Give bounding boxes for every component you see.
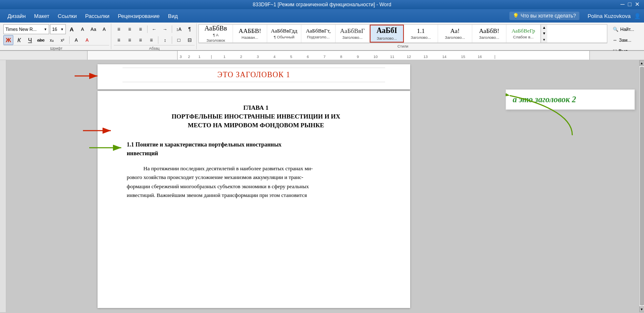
scroll-up-btn[interactable]: ▲ [639, 60, 644, 66]
change-case-btn[interactable]: Аа [88, 24, 98, 34]
style-aa[interactable]: Аа! Заголово... [438, 25, 472, 43]
heading1-black-line1: ГЛАВА 1 [127, 103, 385, 112]
style-ordinary-label: ¶ Обычный [274, 35, 295, 39]
font-size-dropdown-icon: ▼ [60, 28, 64, 31]
decrease-indent-btn[interactable]: ← [149, 24, 159, 34]
font-increase-btn[interactable]: A [67, 24, 77, 34]
title-bar: 833D9F~1 [Режим ограниченной функциональ… [0, 0, 644, 9]
vertical-scrollbar[interactable]: ▲ ▼ [639, 60, 644, 312]
borders-btn[interactable]: ⊟ [185, 35, 195, 45]
minimize-btn[interactable]: ─ [621, 1, 625, 8]
style-heading-named[interactable]: ААББВ! Назван... [233, 25, 267, 43]
styles-expand[interactable]: ▾ [541, 37, 547, 43]
style-subheading[interactable]: АаБбВвГт, Подзаголо... [301, 25, 336, 43]
heading1-red: ЭТО ЗАГОЛОВОК 1 [123, 68, 385, 82]
scroll-down-btn[interactable]: ▼ [639, 306, 644, 312]
heading1-black: ГЛАВА 1 ПОРТФЕЛЬНЫЕ ИНОСТРАННЫЕ ИНВЕСТИЦ… [127, 103, 385, 130]
red-arrow-icon [73, 70, 102, 82]
style-heading-main-label: Заголово... [342, 35, 362, 40]
style-heading-main[interactable]: АаБбВвГ Заголово... [336, 25, 370, 43]
underline-btn[interactable]: Ч [25, 35, 35, 45]
ruler-left-margin [0, 51, 88, 60]
style-aa-preview: Аа! [450, 28, 459, 35]
scroll-thumb[interactable] [640, 67, 644, 305]
menu-layout[interactable]: Макет [30, 11, 54, 21]
replace-btn[interactable]: ↔ Зам... [611, 35, 640, 45]
heading2-line2: инвестиций [127, 149, 385, 158]
bullets-btn[interactable]: ≡ [114, 24, 124, 34]
red-arrow2-container [81, 124, 114, 139]
style-heading-selected-preview: АаБбI [376, 27, 397, 35]
menu-mailings[interactable]: Рассылки [81, 11, 113, 21]
style-subheading-label: Подзаголо... [307, 35, 329, 39]
style-heading-selected[interactable]: АаБбI Заголово... [370, 25, 404, 43]
sep1 [69, 36, 70, 44]
ribbon: Times New R... ▼ 16 ▼ A A Аа A Ж К Ч abc… [0, 23, 644, 51]
font-decrease-btn[interactable]: A [78, 24, 88, 34]
sort-btn[interactable]: ↕A [174, 24, 184, 34]
font-name-selector[interactable]: Times New R... ▼ [3, 24, 49, 34]
style-normal-preview: АаБбВв [205, 25, 227, 32]
bold-btn[interactable]: Ж [3, 35, 13, 45]
replace-icon: ↔ [613, 38, 617, 43]
paragraph-section-label: Абзац [114, 45, 195, 50]
text-color-btn[interactable]: А [82, 35, 92, 45]
green-arrow-icon [87, 141, 125, 154]
close-btn[interactable]: ✕ [635, 1, 640, 8]
style-aabb[interactable]: АаБбВ! Заголово... [472, 25, 506, 43]
body-para: На протяжении последних десятилетий в на… [127, 164, 385, 200]
style-normal[interactable]: АаБбВв ¶ A Заголовок [199, 25, 233, 43]
style-aabb-preview: АаБбВ! [479, 28, 499, 35]
left-margin [0, 60, 6, 312]
multilevel-btn[interactable]: ≡ [135, 24, 145, 34]
search-btn[interactable]: 🔍 Найт... [611, 24, 640, 34]
font-size-selector[interactable]: 16 ▼ [50, 24, 66, 34]
menu-links[interactable]: Ссылки [54, 11, 81, 21]
page-main: ГЛАВА 1 ПОРТФЕЛЬНЫЕ ИНОСТРАННЫЕ ИНВЕСТИЦ… [98, 91, 410, 308]
superscript-btn[interactable]: x² [58, 35, 68, 45]
styles-scroll-down[interactable]: ▼ [541, 30, 547, 36]
user-name: Polina Kuzovkova [588, 13, 631, 19]
main-content: ЭТО ЗАГОЛОВОК 1 ГЛАВА 1 ПОР [0, 60, 644, 312]
strikethrough-btn[interactable]: abc [36, 35, 46, 45]
menu-review[interactable]: Рецензирование [114, 11, 164, 21]
what-todo-text: Что вы хотите сделать? [521, 13, 576, 19]
menu-design[interactable]: Дизайн [3, 11, 30, 21]
sep4 [158, 36, 158, 44]
clear-format-btn[interactable]: A [99, 24, 109, 34]
style-aa-label: Заголово... [445, 35, 465, 40]
what-todo-box[interactable]: 💡 Что вы хотите сделать? [509, 12, 579, 20]
search-btn-label: Найт... [620, 27, 634, 32]
align-right-btn[interactable]: ≡ [135, 35, 145, 45]
styles-area: АаБбВв ¶ A Заголовок ААББВ! Назван... Аа… [198, 23, 608, 49]
style-11[interactable]: 1.1 Заголово... [404, 25, 438, 43]
increase-indent-btn[interactable]: → [160, 24, 170, 34]
styles-scroll-up[interactable]: ▲ [541, 25, 547, 30]
justify-btn[interactable]: ≡ [146, 35, 156, 45]
font-size-value: 16 [52, 27, 57, 32]
ruler: 3 2 1 | 1 2 3 4 5 6 7 8 9 10 11 12 13 14… [0, 51, 644, 60]
menu-bar: Дизайн Макет Ссылки Рассылки Рецензирова… [0, 9, 644, 23]
shading-btn[interactable]: □ [174, 35, 184, 45]
align-center-btn[interactable]: ≡ [125, 35, 135, 45]
maximize-btn[interactable]: □ [628, 1, 631, 8]
styles-nav: ▲ ▼ ▾ [541, 25, 547, 43]
menu-view[interactable]: Вид [164, 11, 182, 21]
style-weak-green-preview: АаБбВеГр [511, 28, 535, 34]
numbering-btn[interactable]: ≡ [125, 24, 135, 34]
line-spacing-btn[interactable]: ↕ [160, 35, 170, 45]
page-area: ЭТО ЗАГОЛОВОК 1 ГЛАВА 1 ПОР [6, 60, 501, 312]
heading1-black-line3: МЕСТО НА МИРОВОМ ФОНДОВОМ РЫНКЕ [127, 121, 385, 130]
italic-btn[interactable]: К [14, 35, 24, 45]
style-normal-sublabel: Заголовок [206, 38, 225, 43]
style-weak-green[interactable]: АаБбВеГр Слабое в... [506, 25, 541, 43]
style-ordinary[interactable]: АаБбВвГдд ¶ Обычный [267, 25, 301, 43]
subscript-btn[interactable]: x₂ [47, 35, 57, 45]
style-ordinary-preview: АаБбВвГдд [271, 28, 298, 34]
font-name-dropdown-icon: ▼ [44, 28, 47, 31]
right-annotation-area: а это заголовок 2 [501, 60, 639, 312]
align-left-btn[interactable]: ≡ [114, 35, 124, 45]
user-icon[interactable]: 👤 [634, 13, 641, 19]
show-marks-btn[interactable]: ¶ [185, 24, 195, 34]
text-highlight-btn[interactable]: А [71, 35, 81, 45]
